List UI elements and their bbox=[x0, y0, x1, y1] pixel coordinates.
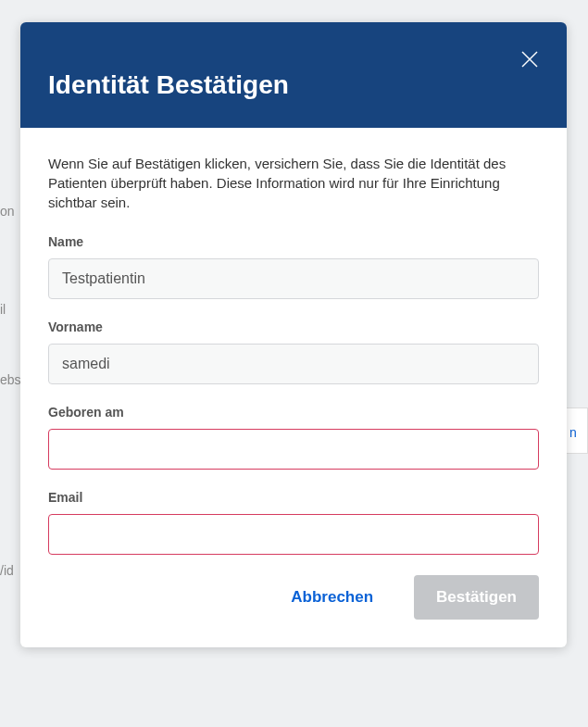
confirm-button[interactable]: Bestätigen bbox=[414, 575, 539, 620]
background-partial-box: n bbox=[565, 407, 588, 454]
form-group-email: Email bbox=[48, 490, 539, 555]
email-input[interactable] bbox=[48, 514, 539, 555]
vorname-input[interactable] bbox=[48, 344, 539, 384]
modal-body: Wenn Sie auf Bestätigen klicken, versich… bbox=[20, 128, 567, 647]
vorname-label: Vorname bbox=[48, 320, 539, 334]
geboren-input[interactable] bbox=[48, 429, 539, 470]
email-label: Email bbox=[48, 490, 539, 505]
name-input[interactable] bbox=[48, 258, 539, 299]
modal-header: Identität Bestätigen bbox=[20, 22, 567, 128]
modal-footer: Abbrechen Bestätigen bbox=[48, 575, 539, 620]
cancel-button[interactable]: Abbrechen bbox=[269, 575, 395, 620]
name-label: Name bbox=[48, 234, 539, 249]
close-button[interactable] bbox=[519, 48, 541, 70]
modal-title: Identität Bestätigen bbox=[48, 70, 539, 100]
form-group-name: Name bbox=[48, 234, 539, 299]
form-group-vorname: Vorname bbox=[48, 320, 539, 384]
geboren-label: Geboren am bbox=[48, 405, 539, 420]
background-partial-text: on il ebs /id bbox=[0, 185, 19, 648]
identity-confirm-modal: Identität Bestätigen Wenn Sie auf Bestät… bbox=[20, 22, 567, 647]
form-group-geboren: Geboren am bbox=[48, 405, 539, 470]
modal-description: Wenn Sie auf Bestätigen klicken, versich… bbox=[48, 154, 539, 212]
close-icon bbox=[521, 51, 538, 68]
